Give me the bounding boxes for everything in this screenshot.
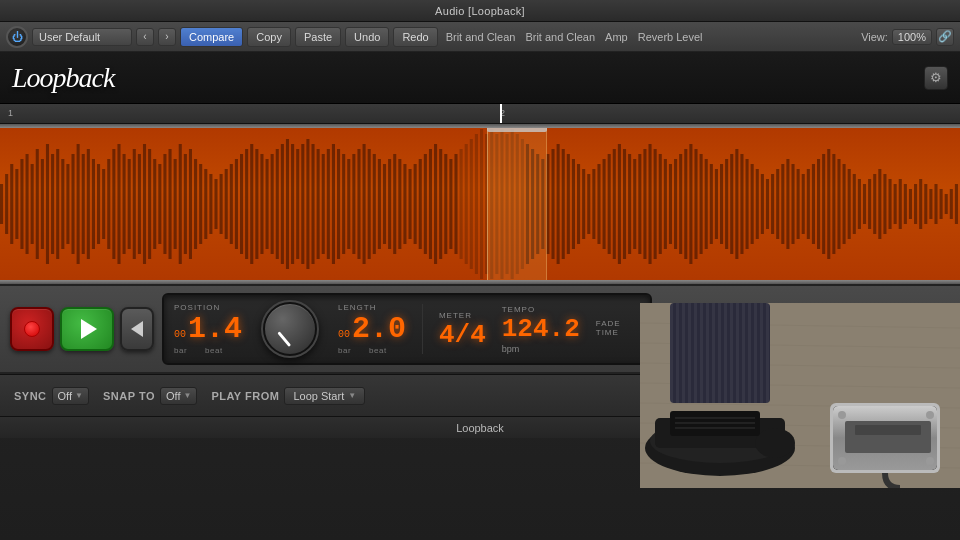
svg-rect-150 xyxy=(766,179,769,229)
svg-rect-18 xyxy=(92,159,95,249)
svg-rect-112 xyxy=(572,159,575,249)
sync-arrow-icon: ▼ xyxy=(75,391,83,400)
tempo-field: TEMPO 124.2 bpm xyxy=(502,305,580,354)
knob-area xyxy=(262,301,318,357)
main-knob[interactable] xyxy=(262,301,318,357)
paste-button[interactable]: Paste xyxy=(295,27,341,47)
svg-rect-38 xyxy=(194,159,197,249)
svg-rect-113 xyxy=(577,164,580,244)
svg-rect-118 xyxy=(603,159,606,249)
svg-rect-120 xyxy=(613,149,616,259)
svg-rect-142 xyxy=(725,159,728,249)
svg-rect-136 xyxy=(694,149,697,259)
svg-rect-72 xyxy=(368,149,371,259)
svg-rect-63 xyxy=(322,154,325,254)
undo-button[interactable]: Undo xyxy=(345,27,389,47)
svg-rect-161 xyxy=(822,154,825,254)
svg-rect-71 xyxy=(363,144,366,264)
view-label: View: xyxy=(861,31,888,43)
svg-rect-49 xyxy=(250,144,253,264)
svg-rect-84 xyxy=(429,149,432,259)
back-button[interactable] xyxy=(120,307,154,351)
sync-value: Off xyxy=(58,390,72,402)
position-field: POSITION 00 1.4 bar beat xyxy=(174,303,242,355)
sync-select[interactable]: Off ▼ xyxy=(52,387,89,405)
svg-rect-28 xyxy=(143,144,146,264)
svg-rect-13 xyxy=(66,164,69,244)
svg-rect-33 xyxy=(169,149,172,259)
svg-rect-127 xyxy=(649,144,652,264)
svg-rect-15 xyxy=(77,144,80,264)
position-sub-bar: bar xyxy=(174,346,187,355)
meter-field: METER 4/4 xyxy=(439,311,486,348)
svg-rect-177 xyxy=(904,184,907,224)
svg-rect-80 xyxy=(409,169,412,239)
window-title: Audio [Loopback] xyxy=(435,5,525,17)
tempo-label: TEMPO xyxy=(502,305,535,314)
link-button[interactable]: 🔗 xyxy=(936,28,954,46)
svg-rect-55 xyxy=(281,144,284,264)
view-value[interactable]: 100% xyxy=(892,29,932,45)
svg-rect-184 xyxy=(940,189,943,219)
svg-rect-131 xyxy=(669,164,672,244)
redo-button[interactable]: Redo xyxy=(393,27,437,47)
svg-rect-157 xyxy=(802,174,805,234)
svg-rect-167 xyxy=(853,174,856,234)
svg-rect-172 xyxy=(878,169,881,239)
svg-rect-69 xyxy=(352,154,355,254)
svg-rect-5 xyxy=(26,154,29,254)
snap-to-select[interactable]: Off ▼ xyxy=(160,387,197,405)
next-preset-button[interactable]: › xyxy=(158,28,176,46)
transport-buttons xyxy=(10,307,154,351)
svg-rect-81 xyxy=(414,164,417,244)
waveform-top-rail xyxy=(0,124,960,128)
tempo-value: 124.2 xyxy=(502,316,580,342)
play-button[interactable] xyxy=(60,307,114,351)
svg-rect-187 xyxy=(955,184,958,224)
svg-rect-30 xyxy=(153,159,156,249)
power-button[interactable]: ⏻ xyxy=(6,26,28,48)
menu-item-4[interactable]: Reverb Level xyxy=(638,31,703,43)
svg-rect-151 xyxy=(771,174,774,234)
svg-rect-174 xyxy=(889,179,892,229)
snap-to-control: SNAP TO Off ▼ xyxy=(103,387,197,405)
svg-rect-91 xyxy=(465,144,468,264)
menu-item-2[interactable]: Brit and Clean xyxy=(525,31,595,43)
preset-name[interactable]: User Default xyxy=(32,28,132,46)
svg-rect-126 xyxy=(643,149,646,259)
svg-rect-50 xyxy=(255,149,258,259)
position-value-row: 00 1.4 xyxy=(174,314,242,344)
svg-rect-216 xyxy=(855,425,921,435)
menu-items: Brit and Clean Brit and Clean Amp Reverb… xyxy=(446,31,857,43)
ruler-marker-1: 1 xyxy=(8,108,13,118)
svg-rect-144 xyxy=(735,149,738,259)
record-button[interactable] xyxy=(10,307,54,351)
svg-point-212 xyxy=(926,411,934,419)
svg-point-211 xyxy=(838,411,846,419)
menu-item-3[interactable]: Amp xyxy=(605,31,628,43)
compare-button[interactable]: Compare xyxy=(180,27,243,47)
timeline-ruler[interactable]: 1 2 xyxy=(0,104,960,124)
svg-rect-166 xyxy=(848,169,851,239)
play-from-select[interactable]: Loop Start ▼ xyxy=(284,387,365,405)
length-bar-digits: 00 xyxy=(338,329,350,340)
svg-rect-171 xyxy=(873,174,876,234)
svg-rect-155 xyxy=(791,164,794,244)
menu-item-1[interactable]: Brit and Clean xyxy=(446,31,516,43)
prev-preset-button[interactable]: ‹ xyxy=(136,28,154,46)
svg-rect-137 xyxy=(700,154,703,254)
svg-rect-182 xyxy=(929,189,932,219)
svg-point-213 xyxy=(838,457,846,465)
svg-rect-148 xyxy=(756,169,759,239)
svg-rect-76 xyxy=(388,159,391,249)
svg-rect-111 xyxy=(567,154,570,254)
svg-rect-133 xyxy=(679,154,682,254)
svg-rect-11 xyxy=(56,149,59,259)
svg-rect-108 xyxy=(551,149,554,259)
svg-rect-186 xyxy=(950,189,953,219)
svg-rect-70 xyxy=(357,149,360,259)
copy-button[interactable]: Copy xyxy=(247,27,291,47)
waveform-display[interactable] xyxy=(0,124,960,284)
svg-rect-92 xyxy=(470,139,473,269)
settings-button[interactable]: ⚙ xyxy=(924,66,948,90)
